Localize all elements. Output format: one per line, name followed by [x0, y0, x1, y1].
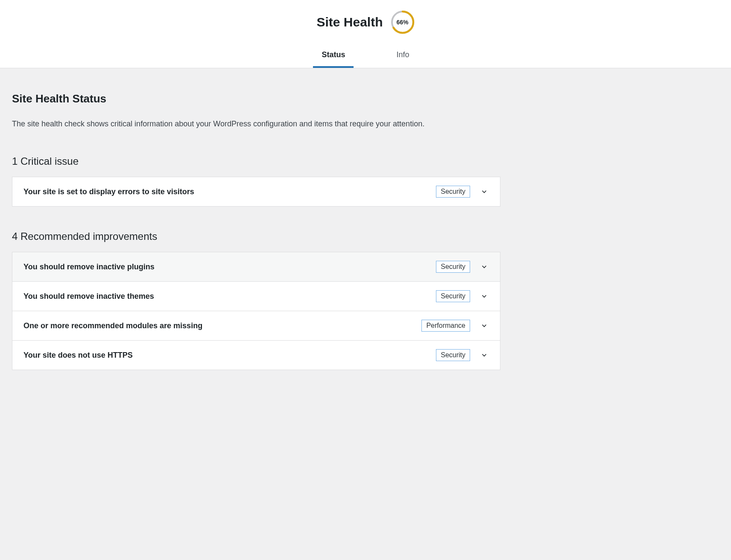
issue-badge: Performance: [421, 320, 470, 332]
health-progress-indicator: 66%: [391, 10, 415, 34]
site-health-header: Site Health 66% StatusInfo: [0, 0, 731, 68]
critical-issues-heading: 1 Critical issue: [12, 155, 500, 167]
chevron-down-icon: [480, 321, 489, 330]
issue-meta: Security: [436, 261, 489, 273]
title-section: Site Health 66%: [0, 10, 731, 34]
status-heading: Site Health Status: [12, 92, 500, 105]
issue-badge: Security: [436, 186, 470, 198]
page-title: Site Health: [316, 15, 383, 29]
chevron-down-icon: [480, 350, 489, 360]
issue-badge: Security: [436, 290, 470, 302]
chevron-down-icon: [480, 187, 489, 196]
issue-row[interactable]: You should remove inactive themesSecurit…: [12, 282, 500, 311]
issue-meta: Security: [436, 186, 489, 198]
issue-title: One or more recommended modules are miss…: [23, 321, 202, 330]
chevron-down-icon: [480, 262, 489, 271]
issue-title: You should remove inactive plugins: [23, 262, 155, 271]
issue-meta: Security: [436, 349, 489, 361]
tab-status[interactable]: Status: [313, 46, 354, 68]
site-health-content: Site Health Status The site health check…: [0, 68, 512, 411]
tab-info[interactable]: Info: [388, 46, 418, 68]
chevron-down-icon: [480, 292, 489, 301]
issue-row[interactable]: Your site does not use HTTPSSecurity: [12, 341, 500, 370]
site-health-tabs: StatusInfo: [0, 46, 731, 68]
recommended-issues-heading: 4 Recommended improvements: [12, 230, 500, 242]
issue-title: You should remove inactive themes: [23, 292, 154, 301]
recommended-issues-list: You should remove inactive pluginsSecuri…: [12, 252, 500, 370]
issue-title: Your site is set to display errors to si…: [23, 187, 194, 196]
progress-percent-label: 66%: [397, 19, 409, 26]
issue-badge: Security: [436, 349, 470, 361]
issue-badge: Security: [436, 261, 470, 273]
critical-issues-list: Your site is set to display errors to si…: [12, 177, 500, 207]
issue-meta: Performance: [421, 320, 489, 332]
issue-row[interactable]: You should remove inactive pluginsSecuri…: [12, 252, 500, 282]
issue-row[interactable]: Your site is set to display errors to si…: [12, 177, 500, 206]
issue-row[interactable]: One or more recommended modules are miss…: [12, 311, 500, 341]
status-description: The site health check shows critical inf…: [12, 118, 500, 130]
issue-title: Your site does not use HTTPS: [23, 351, 133, 360]
issue-meta: Security: [436, 290, 489, 302]
